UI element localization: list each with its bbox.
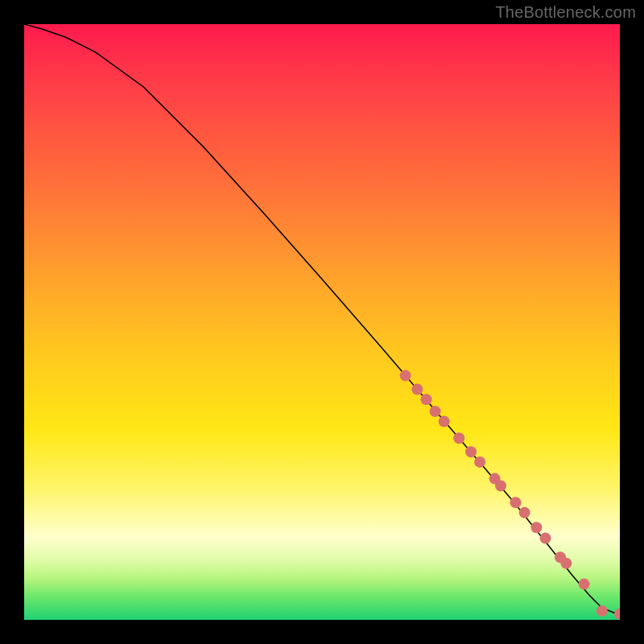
marker-dot <box>400 370 411 382</box>
attribution-text: TheBottleneck.com <box>495 3 636 22</box>
marker-dot <box>430 406 441 417</box>
marker-dot <box>540 533 551 544</box>
marker-dot <box>453 432 464 444</box>
bottleneck-curve-line <box>24 24 620 615</box>
marker-dot <box>597 605 608 617</box>
marker-dot <box>439 416 450 427</box>
marker-dot <box>530 522 542 533</box>
marker-dot <box>495 481 506 492</box>
marker-dot <box>510 497 522 508</box>
chart-container: TheBottleneck.com <box>0 0 644 644</box>
marker-dot <box>411 384 423 395</box>
marker-dot <box>519 507 530 518</box>
marker-dot <box>465 446 477 457</box>
plot-area <box>24 24 620 620</box>
marker-dot <box>579 579 590 590</box>
marker-dot <box>560 558 572 569</box>
marker-dot <box>474 456 485 468</box>
chart-overlay-svg <box>24 24 620 620</box>
marker-group <box>400 370 620 620</box>
marker-dot <box>421 394 432 405</box>
marker-dot <box>614 609 620 620</box>
